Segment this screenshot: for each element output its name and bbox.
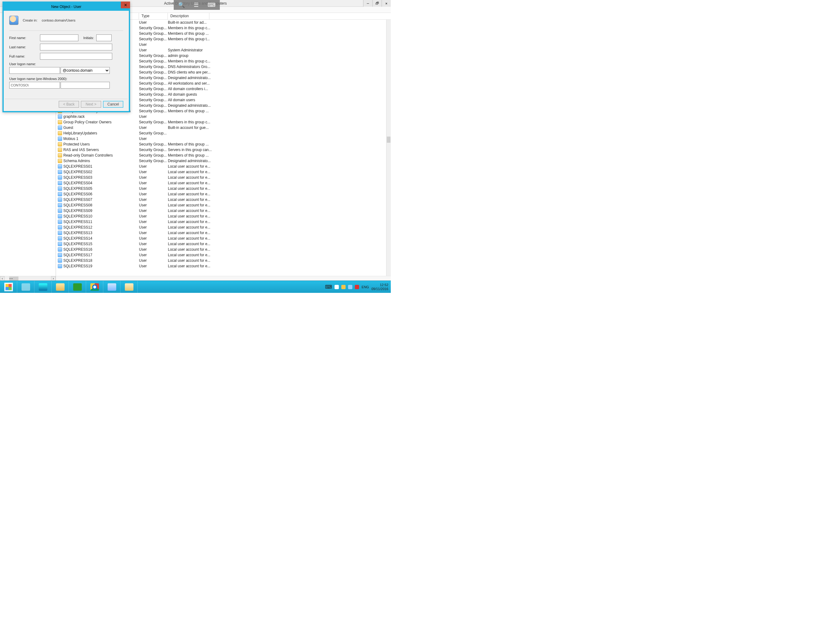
list-row[interactable]: Read-only Domain ControllersSecurity Gro… — [56, 153, 386, 158]
vertical-scroll-thumb[interactable] — [387, 136, 390, 143]
pre-logon-user-input[interactable] — [61, 82, 110, 89]
list-row[interactable]: SQLEXPRESS02UserLocal user account for e… — [56, 169, 386, 175]
list-row[interactable]: SQLEXPRESS01UserLocal user account for e… — [56, 164, 386, 169]
logon-name-input[interactable] — [9, 67, 60, 74]
chrome-icon — [90, 283, 99, 291]
scroll-right-button[interactable]: › — [51, 276, 56, 281]
magnify-icon[interactable]: 🔍 — [178, 2, 185, 8]
task-server-manager[interactable] — [17, 281, 35, 293]
last-name-input[interactable] — [40, 44, 112, 51]
tray-osk-icon[interactable]: ⌨ — [325, 284, 332, 290]
overlay-menu-icon[interactable]: ☰ — [194, 2, 199, 8]
minimize-button[interactable]: — — [363, 0, 373, 7]
list-row[interactable]: SQLEXPRESS12UserLocal user account for e… — [56, 225, 386, 230]
tray-network-icon[interactable] — [348, 285, 352, 289]
new-user-dialog: New Object - User ✕ Create in: contoso.d… — [2, 2, 130, 112]
row-name: SQLEXPRESS10 — [63, 214, 92, 218]
column-header-type[interactable]: Type — [139, 13, 168, 19]
row-name: SQLEXPRESS02 — [63, 170, 92, 174]
tray-language[interactable]: ENG — [362, 285, 369, 289]
list-row[interactable]: SQLEXPRESS15UserLocal user account for e… — [56, 241, 386, 247]
initials-input[interactable] — [96, 35, 112, 41]
row-type: User — [139, 258, 168, 263]
logon-name-label: User logon name: — [9, 62, 123, 66]
user-icon — [9, 16, 19, 25]
list-row[interactable]: HelpLibraryUpdatersSecurity Group... — [56, 130, 386, 136]
row-name: SQLEXPRESS05 — [63, 187, 92, 191]
dialog-footer: < Back Next > Cancel — [5, 99, 128, 109]
row-type: Security Group... — [139, 26, 168, 30]
list-row[interactable]: SQLEXPRESS07UserLocal user account for e… — [56, 197, 386, 203]
task-powershell[interactable] — [35, 281, 52, 293]
row-name: SQLEXPRESS06 — [63, 192, 92, 196]
tray-flag-icon[interactable] — [341, 285, 346, 289]
tray-clock[interactable]: 12:52 09/11/2016 — [371, 283, 388, 291]
last-name-label: Last name: — [9, 45, 40, 49]
row-description: All workstations and ser... — [168, 81, 229, 85]
initials-label: Initials: — [83, 36, 94, 40]
row-description: Local user account for e... — [168, 181, 229, 185]
full-name-input[interactable] — [40, 53, 112, 60]
dialog-close-button[interactable]: ✕ — [121, 2, 130, 8]
vertical-scrollbar[interactable] — [386, 20, 391, 276]
task-store[interactable] — [69, 281, 86, 293]
list-row[interactable]: Group Policy Creator OwnersSecurity Grou… — [56, 119, 386, 125]
dialog-titlebar[interactable]: New Object - User ✕ — [4, 3, 129, 11]
list-row[interactable]: SQLEXPRESS08UserLocal user account for e… — [56, 203, 386, 208]
back-button[interactable]: < Back — [59, 101, 79, 108]
next-button[interactable]: Next > — [81, 101, 101, 108]
task-aduc[interactable] — [103, 281, 120, 293]
list-row[interactable]: SQLEXPRESS16UserLocal user account for e… — [56, 247, 386, 252]
scroll-left-button[interactable]: ‹ — [0, 276, 5, 281]
list-row[interactable]: Schema AdminsSecurity Group...Designated… — [56, 158, 386, 164]
logon-domain-select[interactable]: @contoso.domain — [61, 67, 110, 74]
tray-date: 09/11/2016 — [371, 287, 388, 291]
list-row[interactable]: SQLEXPRESS14UserLocal user account for e… — [56, 236, 386, 241]
list-row[interactable]: SQLEXPRESS18UserLocal user account for e… — [56, 258, 386, 263]
user-icon — [58, 192, 62, 196]
row-description: Built-in account for ad... — [168, 20, 229, 25]
row-description: Designated administrato... — [168, 159, 229, 163]
row-type: Security Group... — [139, 37, 168, 41]
first-name-label: First name: — [9, 36, 40, 40]
row-name: SQLEXPRESS15 — [63, 242, 92, 246]
taskbar: ⌨ ENG 12:52 09/11/2016 — [0, 280, 391, 293]
scroll-thumb[interactable]: ⋯ — [9, 277, 19, 280]
onscreen-keyboard-icon[interactable]: ⌨ — [208, 2, 216, 8]
task-notebook[interactable] — [120, 281, 138, 293]
task-file-explorer[interactable] — [52, 281, 69, 293]
list-row[interactable]: SQLEXPRESS06UserLocal user account for e… — [56, 192, 386, 197]
list-row[interactable]: SQLEXPRESS13UserLocal user account for e… — [56, 230, 386, 236]
row-type: Security Group... — [139, 153, 168, 157]
list-row[interactable]: GuestUserBuilt-in account for gue... — [56, 125, 386, 130]
list-row[interactable]: SQLEXPRESS05UserLocal user account for e… — [56, 186, 386, 192]
task-chrome[interactable] — [86, 281, 103, 293]
list-row[interactable]: RAS and IAS ServersSecurity Group...Serv… — [56, 147, 386, 153]
list-row[interactable]: SQLEXPRESS09UserLocal user account for e… — [56, 208, 386, 214]
list-row[interactable]: SQLEXPRESS17UserLocal user account for e… — [56, 252, 386, 258]
tray-generic-icon-1[interactable] — [335, 285, 339, 289]
list-row[interactable]: graphite.rackUser — [56, 114, 386, 119]
list-row[interactable]: Mobius 1User — [56, 136, 386, 141]
tree-horizontal-scrollbar[interactable]: ‹ ⋯ › — [0, 276, 56, 280]
row-description: System Administrator — [168, 48, 229, 52]
list-row[interactable]: SQLEXPRESS19UserLocal user account for e… — [56, 263, 386, 269]
first-name-input[interactable] — [40, 35, 78, 41]
column-header-description[interactable]: Description — [168, 13, 209, 19]
row-type: User — [139, 170, 168, 174]
cancel-button[interactable]: Cancel — [103, 101, 123, 108]
row-type: User — [139, 114, 168, 119]
tray-volume-icon[interactable] — [355, 285, 359, 289]
row-type: User — [139, 198, 168, 202]
list-row[interactable]: SQLEXPRESS03UserLocal user account for e… — [56, 175, 386, 180]
row-description: Members of this group ... — [168, 32, 229, 36]
list-row[interactable]: SQLEXPRESS11UserLocal user account for e… — [56, 219, 386, 225]
list-row[interactable]: Protected UsersSecurity Group...Members … — [56, 141, 386, 147]
user-icon — [58, 136, 62, 141]
restore-button[interactable]: 🗗 — [373, 0, 382, 7]
row-name: SQLEXPRESS13 — [63, 231, 92, 235]
close-button[interactable]: ✕ — [382, 0, 391, 7]
list-row[interactable]: SQLEXPRESS04UserLocal user account for e… — [56, 180, 386, 186]
start-button[interactable] — [0, 281, 17, 293]
list-row[interactable]: SQLEXPRESS10UserLocal user account for e… — [56, 214, 386, 219]
